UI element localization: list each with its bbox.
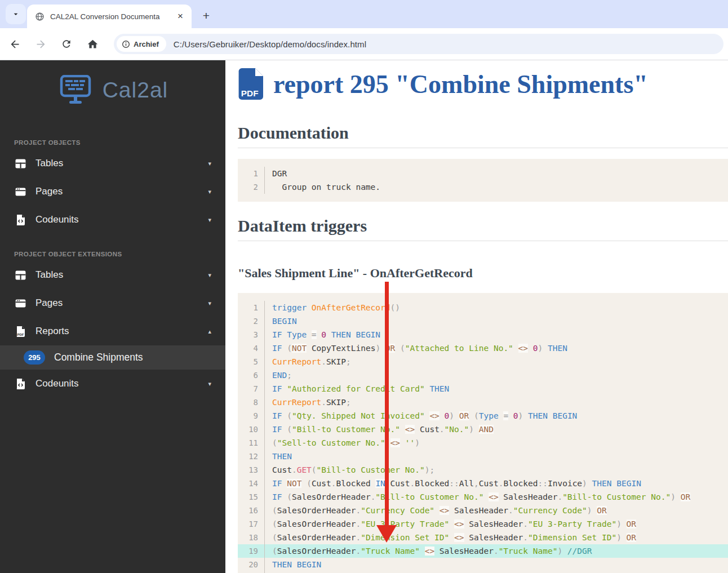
code-file-icon — [14, 379, 26, 389]
line-number: 6 — [238, 368, 265, 382]
sidebar-item-pages[interactable]: Pages▾ — [0, 289, 225, 317]
code-text: IF ("Qty. Shipped Not Invoiced" <> 0) OR… — [265, 409, 577, 423]
line-number: 18 — [238, 531, 265, 544]
pdf-file-icon: PDF — [14, 326, 26, 337]
new-tab-button[interactable]: + — [198, 8, 214, 24]
svg-text:PDF: PDF — [241, 88, 259, 98]
section-heading-dataitem-triggers: DataItem triggers — [238, 216, 728, 241]
reload-icon — [61, 38, 72, 50]
line-number: 8 — [238, 396, 265, 409]
highlighted-code-line: 19(SalesOrderHeader."Truck Name" <> Sale… — [238, 544, 728, 558]
code-text: (SalesOrderHeader."Truck Name" <> SalesH… — [265, 544, 592, 558]
code-line: 4IF (NOT CopyTextLines) OR ("Attached to… — [238, 341, 728, 355]
code-text: CurrReport.SKIP; — [265, 355, 351, 368]
caret-up-icon: ▴ — [208, 328, 211, 335]
table-icon — [14, 270, 26, 280]
caret-down-icon: ▾ — [208, 300, 211, 307]
line-number: 5 — [238, 355, 265, 368]
back-button[interactable] — [3, 33, 26, 55]
caret-down-icon: ▾ — [208, 272, 211, 279]
sidebar-item-pages[interactable]: Pages▾ — [0, 177, 225, 206]
app-logo[interactable]: Cal2al — [0, 60, 225, 122]
code-text: IF (NOT CopyTextLines) OR ("Attached to … — [265, 341, 567, 355]
line-number: 9 — [238, 409, 265, 423]
code-text: THEN — [265, 450, 292, 463]
code-line: 3IF Type = 0 THEN BEGIN — [238, 328, 728, 341]
table-icon — [14, 159, 26, 168]
forward-arrow-icon — [35, 38, 47, 50]
info-icon — [122, 40, 130, 48]
logo-text: Cal2al — [103, 78, 168, 103]
sidebar-item-label: Tables — [35, 269, 63, 281]
code-text: THEN BEGIN — [265, 558, 321, 571]
code-line: 1DGR — [238, 167, 728, 180]
code-text: Group on truck name. — [265, 180, 380, 194]
tab-search-button[interactable] — [6, 4, 26, 24]
code-text: Cust.GET("Bill-to Customer No."); — [265, 463, 434, 477]
site-info-chip[interactable]: Archief — [117, 36, 166, 52]
monitor-logo-icon — [57, 75, 94, 105]
code-text: BEGIN — [265, 314, 297, 328]
code-line: 2BEGIN — [238, 314, 728, 328]
tab-title: CAL2AL Conversion Documenta — [50, 12, 161, 21]
tab-close-icon[interactable]: × — [175, 11, 186, 22]
page-title: report 295 "Combine Shipments" — [273, 69, 648, 99]
sidebar-item-reports[interactable]: PDFReports▴ — [0, 317, 225, 345]
code-line: 7IF "Authorized for Credit Card" THEN — [238, 382, 728, 396]
code-text: DGR — [265, 167, 287, 180]
sidebar-item-tables[interactable]: Tables▾ — [0, 261, 225, 289]
caret-down-icon: ▾ — [208, 188, 211, 196]
code-line: 18(SalesOrderHeader."Dimension Set ID" <… — [238, 531, 728, 544]
home-icon — [87, 38, 99, 50]
code-text: IF (SalesOrderHeader."Bill-to Customer N… — [265, 490, 690, 504]
code-text: CurrReport.SKIP; — [265, 396, 351, 409]
line-number: 14 — [238, 477, 265, 490]
sidebar-subitem-combine-shipments[interactable]: 295Combine Shipments — [0, 345, 225, 370]
code-line: 12THEN — [238, 450, 728, 463]
sidebar-item-codeunits[interactable]: Codeunits▾ — [0, 370, 225, 398]
code-file-icon — [14, 215, 26, 225]
code-line: 16(SalesOrderHeader."Currency Code" <> S… — [238, 504, 728, 517]
globe-icon — [35, 12, 45, 21]
home-button[interactable] — [81, 33, 104, 55]
forward-button[interactable] — [29, 33, 52, 55]
main-content: PDF report 295 "Combine Shipments" Docum… — [225, 60, 728, 573]
code-text: (SalesOrderHeader."Dimension Set ID" <> … — [265, 531, 636, 544]
caret-down-icon: ▾ — [208, 160, 211, 167]
code-text: ("Sell-to Customer No." <> '') — [265, 436, 420, 450]
code-line: 2 Group on truck name. — [238, 180, 728, 194]
sidebar-item-codeunits[interactable]: Codeunits▾ — [0, 206, 225, 234]
code-text: trigger OnAfterGetRecord() — [265, 301, 400, 314]
address-bar[interactable]: Archief C:/Users/Gebruiker/Desktop/demo/… — [114, 34, 723, 54]
sidebar-item-tables[interactable]: Tables▾ — [0, 149, 225, 177]
caret-down-icon: ▾ — [208, 216, 211, 224]
sidebar-item-label: Pages — [35, 186, 63, 197]
object-id-badge: 295 — [24, 350, 45, 365]
sidebar: Cal2al PROJECT OBJECTSTables▾Pages▾Codeu… — [0, 60, 225, 573]
code-line: 6END; — [238, 368, 728, 382]
code-line: 14IF NOT (Cust.Blocked IN Cust.Blocked::… — [238, 477, 728, 490]
sidebar-item-label: Pages — [35, 297, 63, 309]
line-number: 10 — [238, 423, 265, 436]
reload-button[interactable] — [55, 33, 78, 55]
sidebar-nav: PROJECT OBJECTSTables▾Pages▾Codeunits▾PR… — [0, 139, 225, 398]
code-line: 20THEN BEGIN — [238, 558, 728, 571]
line-number: 15 — [238, 490, 265, 504]
sidebar-section-label: PROJECT OBJECT EXTENSIONS — [14, 251, 225, 257]
line-number: 11 — [238, 436, 265, 450]
page-icon — [14, 299, 26, 308]
code-text: IF NOT (Cust.Blocked IN Cust.Blocked::Al… — [265, 477, 641, 490]
section-heading-documentation: Documentation — [238, 123, 728, 148]
pdf-file-icon: PDF — [238, 68, 265, 100]
line-number: 17 — [238, 517, 265, 531]
svg-text:PDF: PDF — [17, 332, 24, 336]
code-text: END; — [265, 368, 292, 382]
line-number: 2 — [238, 180, 265, 194]
sidebar-section-label: PROJECT OBJECTS — [14, 139, 225, 146]
line-number: 19 — [238, 544, 265, 558]
code-line: 9IF ("Qty. Shipped Not Invoiced" <> 0) O… — [238, 409, 728, 423]
browser-tab[interactable]: CAL2AL Conversion Documenta × — [27, 5, 192, 28]
browser-toolbar: Archief C:/Users/Gebruiker/Desktop/demo/… — [0, 28, 728, 60]
page-title-row: PDF report 295 "Combine Shipments" — [238, 68, 728, 100]
code-text: (SalesOrderHeader."EU 3-Party Trade" <> … — [265, 517, 636, 531]
